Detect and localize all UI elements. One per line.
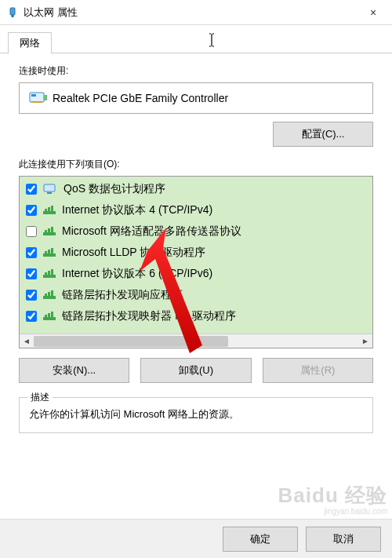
svg-rect-27: [51, 290, 53, 296]
close-icon: ×: [370, 6, 376, 19]
svg-rect-16: [43, 253, 56, 257]
network-card-icon: [29, 91, 45, 105]
svg-rect-26: [48, 292, 50, 296]
list-item[interactable]: Microsoft LLDP 协议驱动程序: [20, 242, 372, 263]
list-item[interactable]: Microsoft 网络适配器多路传送器协议: [20, 221, 372, 242]
svg-rect-12: [43, 232, 56, 235]
list-item[interactable]: 链路层拓扑发现响应程序: [20, 284, 372, 305]
protocol-icon: [43, 247, 56, 258]
scroll-right-arrow-icon[interactable]: ►: [358, 334, 372, 348]
protocol-icon: [43, 268, 56, 279]
horizontal-scrollbar[interactable]: ◄ ►: [20, 334, 372, 348]
title-bar: 以太网 属性 ×: [0, 0, 392, 25]
scrollbar-thumb[interactable]: [34, 336, 228, 347]
list-item[interactable]: QoS 数据包计划程序: [20, 178, 372, 199]
watermark: Baidu 经验 jingyan.baidu.com: [278, 484, 387, 516]
svg-rect-0: [10, 8, 15, 15]
watermark-logo: Baidu 经验: [278, 484, 387, 507]
scroll-left-arrow-icon[interactable]: ◄: [20, 334, 34, 348]
tab-strip: 网络: [0, 31, 392, 53]
adapter-name: Realtek PCIe GbE Family Controller: [53, 92, 228, 104]
svg-rect-4: [44, 95, 47, 100]
svg-rect-7: [47, 192, 52, 194]
item-checkbox[interactable]: [26, 247, 37, 258]
protocol-icon: [43, 205, 56, 216]
list-item[interactable]: Internet 协议版本 6 (TCP/IPv6): [20, 263, 372, 284]
watermark-url: jingyan.baidu.com: [278, 507, 387, 516]
svg-rect-21: [45, 272, 47, 275]
svg-rect-28: [43, 317, 56, 320]
ethernet-icon: [6, 6, 19, 19]
component-buttons-row: 安装(N)... 卸载(U) 属性(R): [19, 358, 373, 383]
svg-rect-14: [48, 228, 50, 232]
items-label: 此连接使用下列项目(O):: [19, 158, 373, 171]
item-label: Microsoft 网络适配器多路传送器协议: [62, 224, 241, 239]
item-label: Internet 协议版本 6 (TCP/IPv6): [62, 267, 212, 281]
adapter-box: Realtek PCIe GbE Family Controller: [19, 82, 373, 114]
svg-rect-19: [51, 248, 53, 253]
svg-rect-10: [48, 207, 50, 211]
window-title: 以太网 属性: [24, 5, 356, 20]
svg-rect-9: [45, 209, 47, 211]
description-legend: 描述: [27, 391, 53, 404]
svg-rect-1: [12, 15, 14, 17]
close-button[interactable]: ×: [356, 0, 390, 25]
svg-rect-30: [48, 313, 50, 317]
install-button[interactable]: 安装(N)...: [19, 358, 129, 383]
svg-rect-29: [45, 315, 47, 317]
ok-button[interactable]: 确定: [223, 527, 298, 552]
item-checkbox[interactable]: [26, 311, 37, 322]
svg-rect-18: [48, 250, 50, 253]
item-label: 链路层拓扑发现响应程序: [62, 288, 183, 302]
properties-button: 属性(R): [263, 358, 373, 383]
description-text: 允许你的计算机访问 Microsoft 网络上的资源。: [29, 407, 363, 421]
item-label: Internet 协议版本 4 (TCP/IPv4): [62, 203, 212, 217]
connect-using-label: 连接时使用:: [19, 64, 373, 78]
svg-rect-15: [51, 227, 53, 232]
svg-rect-2: [30, 93, 44, 102]
svg-rect-6: [44, 184, 55, 191]
network-tab-panel: 连接时使用: Realtek PCIe GbE Family Controlle…: [0, 53, 392, 433]
svg-rect-22: [48, 271, 50, 275]
svg-rect-17: [45, 251, 47, 253]
list-item[interactable]: Internet 协议版本 4 (TCP/IPv4): [20, 199, 372, 221]
uninstall-button[interactable]: 卸载(U): [140, 358, 251, 383]
configure-button[interactable]: 配置(C)...: [273, 122, 373, 147]
monitor-icon: [43, 184, 57, 195]
client-area: 网络 连接时使用: Realtek PCIe GbE Family Contro…: [0, 31, 392, 525]
svg-rect-11: [51, 206, 53, 211]
item-checkbox[interactable]: [26, 226, 37, 237]
svg-rect-24: [43, 296, 56, 299]
svg-rect-8: [43, 211, 56, 214]
protocol-icon: [43, 290, 56, 301]
scrollbar-track[interactable]: [34, 334, 358, 348]
item-label: 链路层拓扑发现映射器 I/O 驱动程序: [62, 309, 236, 323]
svg-rect-3: [31, 94, 36, 97]
components-listbox[interactable]: QoS 数据包计划程序Internet 协议版本 4 (TCP/IPv4)Mic…: [19, 176, 373, 348]
tab-network[interactable]: 网络: [8, 32, 52, 54]
item-checkbox[interactable]: [26, 205, 37, 216]
cancel-button[interactable]: 取消: [306, 527, 381, 552]
item-checkbox[interactable]: [26, 290, 37, 301]
dialog-button-bar: 确定 取消: [0, 519, 392, 558]
list-item[interactable]: 链路层拓扑发现映射器 I/O 驱动程序: [20, 305, 372, 326]
item-checkbox[interactable]: [26, 184, 37, 195]
svg-rect-25: [45, 294, 47, 296]
item-label: QoS 数据包计划程序: [64, 182, 165, 196]
description-groupbox: 描述 允许你的计算机访问 Microsoft 网络上的资源。: [19, 397, 373, 433]
components-list: QoS 数据包计划程序Internet 协议版本 4 (TCP/IPv4)Mic…: [20, 177, 372, 334]
svg-rect-13: [45, 230, 47, 232]
item-checkbox[interactable]: [26, 268, 37, 279]
item-label: Microsoft LLDP 协议驱动程序: [62, 246, 205, 260]
protocol-icon: [43, 226, 56, 237]
svg-rect-23: [51, 269, 53, 275]
svg-rect-31: [51, 312, 53, 317]
protocol-icon: [43, 311, 56, 322]
svg-rect-20: [43, 275, 56, 278]
